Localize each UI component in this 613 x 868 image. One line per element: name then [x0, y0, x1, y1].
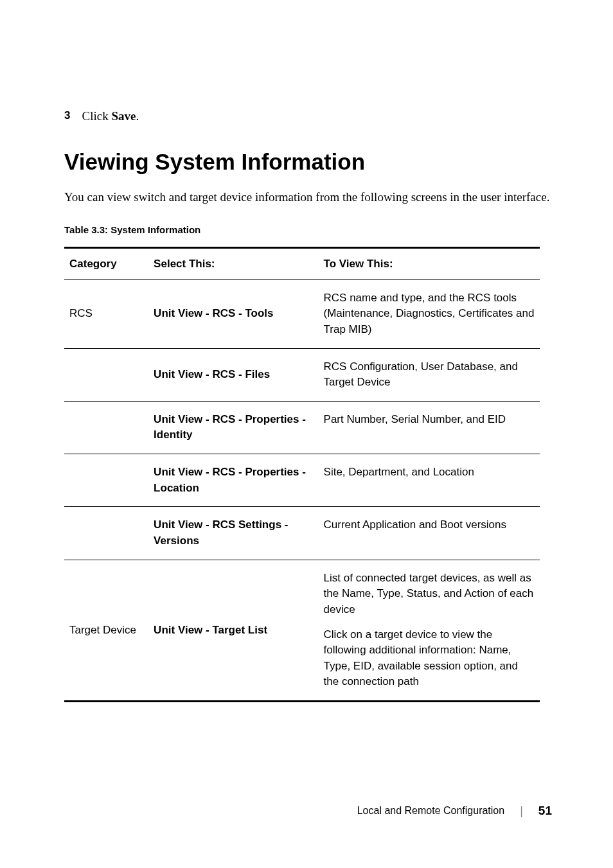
cell-view: Part Number, Serial Number, and EID: [319, 401, 540, 454]
cell-select: Unit View - RCS - Tools: [148, 279, 318, 348]
cell-view: Current Application and Boot versions: [319, 507, 540, 560]
footer-page-number: 51: [538, 804, 552, 818]
table-row: Unit View - RCS - Files RCS Configuratio…: [64, 348, 540, 401]
cell-view: Site, Department, and Location: [319, 454, 540, 507]
header-select: Select This:: [148, 247, 318, 279]
cell-category: [64, 507, 148, 560]
cell-category: Target Device: [64, 560, 148, 701]
cell-category: [64, 348, 148, 401]
system-info-table: Category Select This: To View This: RCS …: [64, 247, 540, 703]
cell-select: Unit View - RCS - Properties - Identity: [148, 401, 318, 454]
table-row: Unit View - RCS - Properties - Location …: [64, 454, 540, 507]
cell-view: RCS Configuration, User Database, and Ta…: [319, 348, 540, 401]
cell-view: List of connected target devices, as wel…: [319, 560, 540, 701]
footer-section: Local and Remote Configuration: [357, 805, 504, 817]
cell-select: Unit View - RCS - Properties - Location: [148, 454, 318, 507]
table-row: Target Device Unit View - Target List Li…: [64, 560, 540, 701]
cell-select: Unit View - RCS - Files: [148, 348, 318, 401]
step-text: Click Save.: [82, 109, 139, 123]
step-line: 3 Click Save.: [64, 109, 552, 123]
cell-view: RCS name and type, and the RCS tools (Ma…: [319, 279, 540, 348]
header-category: Category: [64, 247, 148, 279]
header-view: To View This:: [319, 247, 540, 279]
table-header-row: Category Select This: To View This:: [64, 247, 540, 279]
cell-select: Unit View - Target List: [148, 560, 318, 701]
table-row: Unit View - RCS Settings - Versions Curr…: [64, 507, 540, 560]
cell-category: [64, 454, 148, 507]
table-caption: Table 3.3: System Information: [64, 224, 552, 235]
page-heading: Viewing System Information: [64, 149, 552, 175]
footer-divider: |: [520, 804, 523, 818]
cell-select: Unit View - RCS Settings - Versions: [148, 507, 318, 560]
page-footer: Local and Remote Configuration | 51: [357, 804, 552, 818]
intro-paragraph: You can view switch and target device in…: [64, 189, 552, 206]
cell-category: [64, 401, 148, 454]
table-row: Unit View - RCS - Properties - Identity …: [64, 401, 540, 454]
table-row: RCS Unit View - RCS - Tools RCS name and…: [64, 279, 540, 348]
step-number: 3: [64, 109, 70, 123]
cell-category: RCS: [64, 279, 148, 348]
